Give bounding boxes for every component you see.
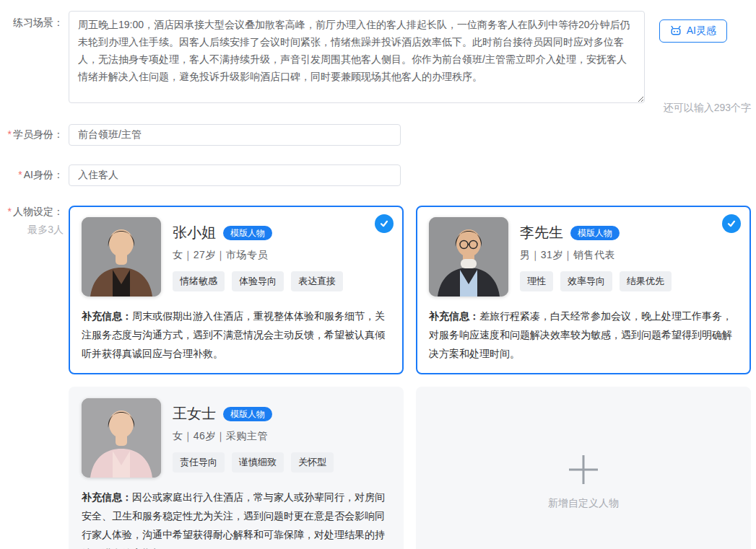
characters-label-col: *人物设定： 最多3人 — [0, 206, 64, 549]
scenario-section: 练习场景： AI灵感 还可以输入293个字 — [0, 11, 756, 119]
template-character-badge: 模版人物 — [223, 407, 272, 421]
character-name: 李先生 — [520, 223, 563, 242]
required-mark: * — [8, 128, 12, 140]
add-character-card[interactable]: 新增自定义人物 — [416, 387, 751, 549]
character-name: 张小姐 — [173, 223, 216, 242]
template-character-badge: 模版人物 — [223, 226, 272, 240]
tag-chip: 情绪敏感 — [173, 271, 225, 291]
character-name: 王女士 — [173, 404, 216, 423]
ai-inspiration-label: AI灵感 — [687, 25, 716, 38]
character-tags: 责任导向谨慎细致关怀型 — [173, 452, 334, 473]
card-head: 王女士 模版人物 女｜46岁｜采购主管 责任导向谨慎细致关怀型 — [173, 398, 334, 478]
selected-check-icon — [722, 214, 741, 233]
plus-icon — [565, 451, 602, 488]
card-head: 李先生 模版人物 男｜31岁｜销售代表 理性效率导向结果优先 — [520, 217, 672, 297]
scenario-textarea[interactable] — [69, 11, 645, 103]
tag-chip: 表达直接 — [291, 271, 343, 291]
practice-scenario-form: 练习场景： AI灵感 还可以输入293个字 *学员身份： *A — [0, 11, 756, 549]
student-role-row: *学员身份： — [0, 124, 756, 146]
student-role-input[interactable] — [69, 124, 401, 146]
template-character-badge: 模版人物 — [570, 226, 620, 240]
character-meta: 女｜46岁｜采购主管 — [173, 430, 334, 443]
character-tags: 理性效率导向结果优先 — [520, 271, 672, 291]
info-label: 补充信息： — [82, 491, 132, 503]
tag-chip: 谨慎细致 — [232, 452, 284, 473]
selected-check-icon — [375, 214, 394, 233]
robot-icon — [670, 25, 682, 37]
char-counter: 还可以输入293个字 — [664, 102, 751, 115]
student-role-label: *学员身份： — [0, 128, 64, 141]
tag-chip: 体验导向 — [232, 271, 284, 291]
character-tags: 情绪敏感体验导向表达直接 — [173, 271, 343, 291]
card-head: 张小姐 模版人物 女｜27岁｜市场专员 情绪敏感体验导向表达直接 — [173, 217, 343, 297]
character-cards-grid: 张小姐 模版人物 女｜27岁｜市场专员 情绪敏感体验导向表达直接 补充信息：周末… — [69, 206, 751, 549]
character-info: 补充信息：周末或假期出游入住酒店，重视整体体验和服务细节，关注服务态度与沟通方式… — [82, 307, 391, 363]
ai-role-row: *AI身份： — [0, 164, 756, 186]
tag-chip: 理性 — [520, 271, 553, 291]
info-label: 补充信息： — [82, 310, 132, 322]
info-label: 补充信息： — [429, 310, 479, 322]
character-info: 补充信息：因公或家庭出行入住酒店，常与家人或孙辈同行，对房间安全、卫生和服务稳定… — [82, 488, 391, 549]
characters-label: *人物设定： — [0, 206, 64, 219]
avatar-young-woman-brown-cardigan — [82, 217, 161, 297]
character-meta: 男｜31岁｜销售代表 — [520, 249, 672, 262]
card-top: 王女士 模版人物 女｜46岁｜采购主管 责任导向谨慎细致关怀型 — [82, 398, 391, 478]
card-top: 李先生 模版人物 男｜31岁｜销售代表 理性效率导向结果优先 — [429, 217, 738, 297]
tag-chip: 效率导向 — [560, 271, 612, 291]
required-mark: * — [8, 206, 12, 217]
required-mark: * — [18, 169, 22, 180]
character-meta: 女｜27岁｜市场专员 — [173, 249, 343, 262]
character-card[interactable]: 王女士 模版人物 女｜46岁｜采购主管 责任导向谨慎细致关怀型 补充信息：因公或… — [69, 387, 404, 549]
character-info: 补充信息：差旅行程紧凑，白天经常参加会议，晚上处理工作事务，对服务响应速度和问题… — [429, 307, 738, 363]
avatar-middle-aged-woman-pink-cardigan — [82, 398, 161, 478]
add-character-label: 新增自定义人物 — [548, 497, 619, 510]
tag-chip: 关怀型 — [291, 452, 334, 473]
ai-role-label: *AI身份： — [0, 169, 64, 182]
characters-section: *人物设定： 最多3人 张小姐 模版人物 女｜27岁｜市场专员 情绪敏感体验导向… — [0, 206, 756, 549]
card-top: 张小姐 模版人物 女｜27岁｜市场专员 情绪敏感体验导向表达直接 — [82, 217, 391, 297]
tag-chip: 结果优先 — [620, 271, 672, 291]
ai-role-input[interactable] — [69, 164, 401, 186]
scenario-label: 练习场景： — [0, 17, 64, 30]
avatar-young-man-glasses-dark-cardigan — [429, 217, 508, 297]
tag-chip: 责任导向 — [173, 452, 225, 473]
characters-hint: 最多3人 — [0, 224, 64, 237]
character-card[interactable]: 张小姐 模版人物 女｜27岁｜市场专员 情绪敏感体验导向表达直接 补充信息：周末… — [69, 206, 404, 374]
ai-inspiration-button[interactable]: AI灵感 — [659, 19, 727, 43]
character-card[interactable]: 李先生 模版人物 男｜31岁｜销售代表 理性效率导向结果优先 补充信息：差旅行程… — [416, 206, 751, 374]
